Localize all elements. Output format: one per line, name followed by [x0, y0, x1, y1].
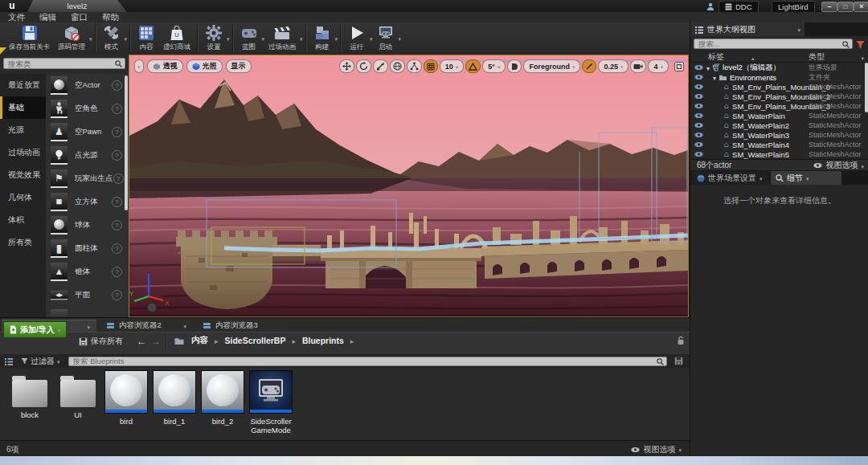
lock-icon[interactable]: [677, 336, 685, 345]
scale-snap-active-toggle[interactable]: [582, 59, 596, 73]
visibility-eye-icon[interactable]: [694, 151, 703, 157]
breadcrumb-project[interactable]: SideScrollerBP: [225, 336, 286, 345]
rotate-tool-button[interactable]: [356, 59, 371, 73]
help-icon[interactable]: [112, 104, 122, 114]
asset-folder-ui[interactable]: UI: [54, 369, 102, 419]
tab-content-browser-2[interactable]: 内容浏览器2: [100, 320, 193, 332]
category-geometry[interactable]: 几何体: [0, 186, 46, 209]
visibility-eye-icon[interactable]: [694, 74, 703, 80]
asset-folder-block[interactable]: block: [6, 369, 54, 419]
outliner-row-actor[interactable]: SM_WaterPlain5 StaticMeshActor: [690, 149, 868, 159]
show-button[interactable]: 显示: [226, 59, 252, 73]
scale-snap-toggle[interactable]: [507, 59, 522, 73]
outliner-scrollbar[interactable]: [865, 63, 868, 112]
visibility-eye-icon[interactable]: [694, 132, 703, 138]
visibility-eye-icon[interactable]: [694, 84, 703, 90]
breadcrumb-content[interactable]: 内容: [191, 335, 208, 346]
outliner-row-actor[interactable]: SM_Env_Plains_Mountain_0 StaticMeshActor: [690, 82, 868, 92]
play-button[interactable]: 运行: [344, 24, 373, 52]
outliner-row-actor[interactable]: SM_WaterPlain3 StaticMeshActor: [690, 130, 868, 140]
visibility-eye-icon[interactable]: [694, 64, 703, 71]
help-icon[interactable]: [112, 80, 122, 91]
category-basic[interactable]: 基础: [0, 96, 46, 119]
translate-tool-button[interactable]: [339, 59, 354, 73]
add-import-button[interactable]: 添加/导入: [3, 321, 67, 338]
outliner-row-actor[interactable]: SM_WaterPlain4 StaticMeshActor: [690, 140, 868, 149]
dropdown-caret-icon[interactable]: [861, 53, 864, 62]
outliner-filter-icon[interactable]: [856, 40, 865, 49]
help-icon[interactable]: [112, 290, 122, 300]
content-button[interactable]: 内容: [133, 24, 159, 52]
help-icon[interactable]: [112, 150, 122, 161]
close-button[interactable]: [854, 2, 868, 12]
back-button[interactable]: [137, 336, 146, 347]
category-all-classes[interactable]: 所有类: [0, 231, 46, 254]
maximize-button[interactable]: [837, 2, 854, 12]
category-lights[interactable]: 光源: [0, 119, 46, 141]
outliner-view-options-button[interactable]: 视图选项: [813, 160, 864, 171]
place-item-empty-character[interactable]: 空角色: [46, 97, 129, 120]
level-viewport[interactable]: Y X 透视 光照 显示 10 5° Foreground 0.25: [129, 55, 689, 317]
help-icon[interactable]: [112, 127, 122, 137]
scale-tool-button[interactable]: [373, 59, 388, 73]
asset-gamemode[interactable]: SideScroller GameMode: [247, 369, 295, 434]
outliner-row-folder[interactable]: Environments 文件夹: [690, 72, 868, 82]
minimize-button[interactable]: [821, 2, 837, 12]
cb-view-options-button[interactable]: 视图选项: [631, 444, 682, 455]
grid-snap-value-button[interactable]: 10: [440, 59, 465, 73]
breadcrumb-blueprints[interactable]: Blueprints: [302, 336, 344, 345]
place-item-partial[interactable]: [46, 307, 129, 317]
menu-file[interactable]: 文件: [8, 12, 25, 23]
perspective-button[interactable]: 透视: [147, 59, 183, 73]
visibility-eye-icon[interactable]: [694, 141, 703, 148]
blueprints-button[interactable]: 蓝图: [236, 24, 265, 52]
visibility-eye-icon[interactable]: [694, 93, 703, 100]
lit-mode-button[interactable]: 光照: [186, 59, 223, 73]
asset-blueprint-bird-1[interactable]: bird_1: [150, 369, 199, 426]
viewport-options-button[interactable]: [134, 59, 144, 73]
place-item-cone[interactable]: ▲ 锥体: [46, 260, 129, 283]
tab-world-outliner[interactable]: 世界大纲视图: [690, 22, 805, 36]
maximize-viewport-button[interactable]: [674, 62, 684, 71]
place-item-empty-actor[interactable]: 空Actor: [46, 74, 129, 97]
session-button[interactable]: LightBird: [772, 1, 815, 13]
save-level-button[interactable]: 保存当前关卡: [5, 24, 54, 52]
camera-speed-value-button[interactable]: 4: [648, 59, 669, 73]
expander-icon[interactable]: [706, 63, 710, 72]
category-recent[interactable]: 最近放置: [0, 74, 46, 96]
menu-window[interactable]: 窗口: [71, 12, 88, 23]
settings-button[interactable]: 设置: [201, 24, 230, 52]
filters-button[interactable]: 过滤器: [21, 356, 60, 367]
sources-panel-icon[interactable]: [5, 357, 13, 365]
help-icon[interactable]: [112, 267, 122, 277]
help-icon[interactable]: [112, 197, 122, 207]
world-local-toggle-button[interactable]: [390, 59, 405, 73]
rotation-snap-toggle[interactable]: [465, 59, 481, 73]
outliner-row-actor[interactable]: SM_Env_Plains_Mountain_3 StaticMeshActor: [690, 101, 868, 111]
outliner-row-actor[interactable]: SM_WaterPlain2 StaticMeshActor: [690, 120, 868, 130]
outliner-row-level[interactable]: level2（编辑器） 世界场景: [690, 63, 868, 72]
user-icon[interactable]: [706, 2, 714, 10]
cinematics-button[interactable]: 过场动画: [264, 24, 303, 52]
layer-dropdown[interactable]: Foreground: [523, 59, 580, 73]
grid-snap-toggle[interactable]: [424, 59, 438, 73]
category-volumes[interactable]: 体积: [0, 209, 46, 231]
asset-blueprint-bird-2[interactable]: bird_2: [199, 369, 247, 426]
tab-world-settings[interactable]: 世界场景设置: [692, 171, 769, 185]
column-header-label[interactable]: 标签: [708, 51, 724, 63]
tab-details[interactable]: 细节: [771, 171, 841, 185]
place-item-empty-pawn[interactable]: ♟ 空Pawn: [46, 120, 129, 144]
category-visual-effects[interactable]: 视觉效果: [0, 164, 46, 186]
asset-search-input[interactable]: [68, 357, 667, 366]
place-item-sphere[interactable]: 球体: [46, 214, 129, 237]
visibility-eye-icon[interactable]: [694, 103, 703, 109]
help-icon[interactable]: [113, 173, 124, 184]
build-button[interactable]: 构建: [309, 24, 338, 52]
tab-content-browser-3[interactable]: 内容浏览器3: [196, 320, 289, 332]
modes-button[interactable]: 模式: [99, 24, 128, 52]
visibility-eye-icon[interactable]: [694, 122, 703, 128]
save-search-icon[interactable]: [674, 357, 683, 365]
outliner-row-actor[interactable]: SM_Env_Plains_Mountain_2 StaticMeshActor: [690, 92, 868, 101]
help-icon[interactable]: [112, 243, 122, 254]
place-item-cylinder[interactable]: ▮ 圆柱体: [46, 237, 129, 260]
